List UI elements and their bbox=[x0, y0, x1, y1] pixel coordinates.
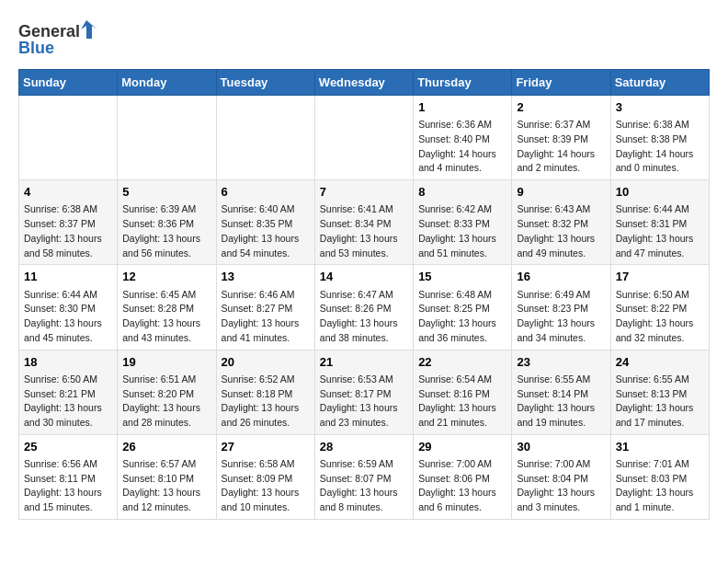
calendar-week-5: 25Sunrise: 6:56 AM Sunset: 8:11 PM Dayli… bbox=[19, 434, 710, 519]
day-number: 29 bbox=[418, 439, 506, 455]
calendar-cell bbox=[118, 96, 216, 180]
day-number: 14 bbox=[320, 269, 408, 285]
day-number: 16 bbox=[517, 269, 605, 285]
day-number: 3 bbox=[616, 99, 704, 116]
day-info: Sunrise: 7:00 AM Sunset: 8:06 PM Dayligh… bbox=[418, 457, 506, 515]
day-header-saturday: Saturday bbox=[610, 70, 709, 96]
day-number: 19 bbox=[122, 354, 210, 371]
day-number: 4 bbox=[24, 184, 112, 201]
calendar-week-2: 4Sunrise: 6:38 AM Sunset: 8:37 PM Daylig… bbox=[19, 180, 710, 265]
calendar-cell: 11Sunrise: 6:44 AM Sunset: 8:30 PM Dayli… bbox=[19, 265, 118, 350]
day-number: 23 bbox=[517, 354, 605, 371]
day-number: 30 bbox=[517, 439, 605, 455]
calendar-cell: 29Sunrise: 7:00 AM Sunset: 8:06 PM Dayli… bbox=[414, 434, 512, 519]
calendar-cell: 4Sunrise: 6:38 AM Sunset: 8:37 PM Daylig… bbox=[19, 180, 118, 265]
day-number: 18 bbox=[24, 354, 112, 371]
calendar-cell: 30Sunrise: 7:00 AM Sunset: 8:04 PM Dayli… bbox=[512, 434, 610, 519]
day-number: 5 bbox=[122, 184, 210, 201]
day-info: Sunrise: 6:48 AM Sunset: 8:25 PM Dayligh… bbox=[418, 288, 506, 346]
calendar-cell: 28Sunrise: 6:59 AM Sunset: 8:07 PM Dayli… bbox=[314, 434, 413, 519]
calendar-cell: 19Sunrise: 6:51 AM Sunset: 8:20 PM Dayli… bbox=[118, 350, 216, 434]
logo-svg: GeneralBlue bbox=[18, 18, 110, 60]
svg-text:Blue: Blue bbox=[18, 39, 54, 57]
calendar-cell: 27Sunrise: 6:58 AM Sunset: 8:09 PM Dayli… bbox=[216, 434, 314, 519]
day-info: Sunrise: 6:57 AM Sunset: 8:10 PM Dayligh… bbox=[122, 457, 210, 515]
calendar-cell: 8Sunrise: 6:42 AM Sunset: 8:33 PM Daylig… bbox=[414, 180, 512, 265]
day-number: 26 bbox=[122, 439, 210, 455]
day-number: 21 bbox=[320, 354, 408, 371]
calendar-cell: 18Sunrise: 6:50 AM Sunset: 8:21 PM Dayli… bbox=[19, 350, 118, 434]
day-info: Sunrise: 6:41 AM Sunset: 8:34 PM Dayligh… bbox=[320, 202, 408, 260]
day-number: 28 bbox=[320, 439, 408, 455]
day-info: Sunrise: 6:51 AM Sunset: 8:20 PM Dayligh… bbox=[122, 373, 210, 431]
day-info: Sunrise: 6:59 AM Sunset: 8:07 PM Dayligh… bbox=[320, 457, 408, 515]
day-info: Sunrise: 7:01 AM Sunset: 8:03 PM Dayligh… bbox=[616, 457, 704, 515]
calendar-cell: 22Sunrise: 6:54 AM Sunset: 8:16 PM Dayli… bbox=[414, 350, 512, 434]
calendar-cell: 15Sunrise: 6:48 AM Sunset: 8:25 PM Dayli… bbox=[414, 265, 512, 350]
page-header: GeneralBlue bbox=[18, 18, 710, 60]
calendar-week-3: 11Sunrise: 6:44 AM Sunset: 8:30 PM Dayli… bbox=[19, 265, 710, 350]
day-info: Sunrise: 6:58 AM Sunset: 8:09 PM Dayligh… bbox=[222, 457, 310, 515]
day-number: 15 bbox=[418, 269, 506, 285]
calendar-cell: 3Sunrise: 6:38 AM Sunset: 8:38 PM Daylig… bbox=[610, 96, 709, 180]
days-of-week-row: SundayMondayTuesdayWednesdayThursdayFrid… bbox=[19, 70, 710, 96]
calendar-cell bbox=[19, 96, 118, 180]
day-info: Sunrise: 6:39 AM Sunset: 8:36 PM Dayligh… bbox=[122, 202, 210, 260]
day-header-thursday: Thursday bbox=[414, 70, 512, 96]
svg-text:General: General bbox=[18, 22, 80, 40]
calendar-cell: 5Sunrise: 6:39 AM Sunset: 8:36 PM Daylig… bbox=[118, 180, 216, 265]
day-info: Sunrise: 6:55 AM Sunset: 8:14 PM Dayligh… bbox=[517, 373, 605, 431]
day-info: Sunrise: 6:53 AM Sunset: 8:17 PM Dayligh… bbox=[320, 373, 408, 431]
day-info: Sunrise: 6:49 AM Sunset: 8:23 PM Dayligh… bbox=[517, 288, 605, 346]
day-info: Sunrise: 6:47 AM Sunset: 8:26 PM Dayligh… bbox=[320, 288, 408, 346]
day-number: 6 bbox=[222, 184, 310, 201]
day-info: Sunrise: 6:50 AM Sunset: 8:21 PM Dayligh… bbox=[24, 373, 112, 431]
day-info: Sunrise: 6:54 AM Sunset: 8:16 PM Dayligh… bbox=[418, 373, 506, 431]
calendar-cell: 1Sunrise: 6:36 AM Sunset: 8:40 PM Daylig… bbox=[414, 96, 512, 180]
calendar-table: SundayMondayTuesdayWednesdayThursdayFrid… bbox=[18, 69, 710, 520]
calendar-cell bbox=[314, 96, 413, 180]
day-number: 13 bbox=[222, 269, 310, 285]
calendar-cell: 17Sunrise: 6:50 AM Sunset: 8:22 PM Dayli… bbox=[610, 265, 709, 350]
calendar-cell: 13Sunrise: 6:46 AM Sunset: 8:27 PM Dayli… bbox=[216, 265, 314, 350]
calendar-cell: 7Sunrise: 6:41 AM Sunset: 8:34 PM Daylig… bbox=[314, 180, 413, 265]
calendar-cell: 24Sunrise: 6:55 AM Sunset: 8:13 PM Dayli… bbox=[610, 350, 709, 434]
day-number: 2 bbox=[517, 99, 605, 116]
calendar-cell: 14Sunrise: 6:47 AM Sunset: 8:26 PM Dayli… bbox=[314, 265, 413, 350]
day-number: 8 bbox=[418, 184, 506, 201]
svg-marker-2 bbox=[81, 20, 97, 39]
day-number: 11 bbox=[24, 269, 112, 285]
day-info: Sunrise: 6:56 AM Sunset: 8:11 PM Dayligh… bbox=[24, 457, 112, 515]
calendar-cell: 20Sunrise: 6:52 AM Sunset: 8:18 PM Dayli… bbox=[216, 350, 314, 434]
calendar-cell: 9Sunrise: 6:43 AM Sunset: 8:32 PM Daylig… bbox=[512, 180, 610, 265]
day-number: 10 bbox=[616, 184, 704, 201]
calendar-cell: 21Sunrise: 6:53 AM Sunset: 8:17 PM Dayli… bbox=[314, 350, 413, 434]
day-info: Sunrise: 6:36 AM Sunset: 8:40 PM Dayligh… bbox=[418, 118, 506, 176]
day-info: Sunrise: 6:45 AM Sunset: 8:28 PM Dayligh… bbox=[122, 288, 210, 346]
day-number: 9 bbox=[517, 184, 605, 201]
day-number: 17 bbox=[616, 269, 704, 285]
day-number: 25 bbox=[24, 439, 112, 455]
day-info: Sunrise: 6:42 AM Sunset: 8:33 PM Dayligh… bbox=[418, 202, 506, 260]
calendar-cell: 2Sunrise: 6:37 AM Sunset: 8:39 PM Daylig… bbox=[512, 96, 610, 180]
day-info: Sunrise: 6:37 AM Sunset: 8:39 PM Dayligh… bbox=[517, 118, 605, 176]
day-info: Sunrise: 6:52 AM Sunset: 8:18 PM Dayligh… bbox=[222, 373, 310, 431]
calendar-cell: 26Sunrise: 6:57 AM Sunset: 8:10 PM Dayli… bbox=[118, 434, 216, 519]
day-header-sunday: Sunday bbox=[19, 70, 118, 96]
calendar-week-1: 1Sunrise: 6:36 AM Sunset: 8:40 PM Daylig… bbox=[19, 96, 710, 180]
day-number: 22 bbox=[418, 354, 506, 371]
day-number: 12 bbox=[122, 269, 210, 285]
calendar-cell: 6Sunrise: 6:40 AM Sunset: 8:35 PM Daylig… bbox=[216, 180, 314, 265]
day-info: Sunrise: 6:44 AM Sunset: 8:31 PM Dayligh… bbox=[616, 202, 704, 260]
day-header-tuesday: Tuesday bbox=[216, 70, 314, 96]
day-number: 20 bbox=[222, 354, 310, 371]
day-header-monday: Monday bbox=[118, 70, 216, 96]
day-header-friday: Friday bbox=[512, 70, 610, 96]
calendar-cell: 16Sunrise: 6:49 AM Sunset: 8:23 PM Dayli… bbox=[512, 265, 610, 350]
day-number: 1 bbox=[418, 99, 506, 116]
calendar-cell: 23Sunrise: 6:55 AM Sunset: 8:14 PM Dayli… bbox=[512, 350, 610, 434]
day-info: Sunrise: 6:44 AM Sunset: 8:30 PM Dayligh… bbox=[24, 288, 112, 346]
day-header-wednesday: Wednesday bbox=[314, 70, 413, 96]
day-number: 7 bbox=[320, 184, 408, 201]
day-info: Sunrise: 6:38 AM Sunset: 8:37 PM Dayligh… bbox=[24, 202, 112, 260]
